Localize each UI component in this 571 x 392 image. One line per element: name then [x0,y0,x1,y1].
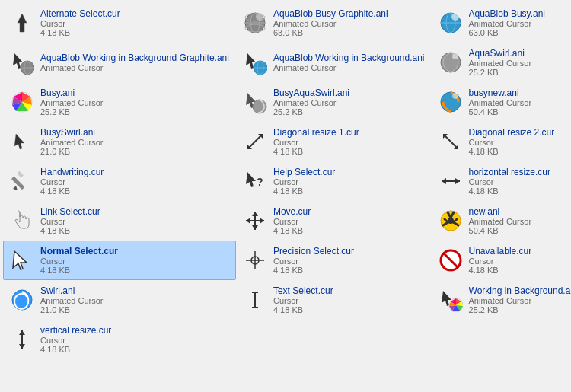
item-type: Cursor [273,138,359,147]
svg-rect-35 [17,171,24,178]
svg-marker-36 [246,172,256,187]
item-name: horizontal resize.cur [469,167,550,177]
item-size: 25.2 KB [40,107,104,116]
svg-marker-63 [19,344,25,349]
list-item[interactable]: BusySwirl.aniAnimated Cursor21.0 KB [3,122,236,161]
item-name: Help Select.cur [273,167,335,177]
svg-text:?: ? [257,176,263,188]
item-name: Link Select.cur [40,206,100,217]
item-size: 25.2 KB [469,68,532,77]
list-item[interactable]: Text Select.curCursor4.18 KB [236,280,432,320]
list-item[interactable]: BusyAquaSwirl.aniAnimated Cursor25.2 KB [236,82,432,122]
svg-marker-49 [13,251,27,269]
item-name: BusyAquaSwirl.ani [273,88,349,98]
list-item[interactable]: Diagonal resize 2.curCursor4.18 KB [432,122,571,161]
item-size: 4.18 KB [273,147,359,156]
item-type: Cursor [273,296,333,305]
item-type: Cursor [273,177,335,186]
list-item[interactable]: AquaBlob Working in Background.aniAnimat… [236,43,432,82]
item-name: Text Select.cur [273,285,333,296]
arrow-question-icon: ? [243,169,267,193]
item-size: 25.2 KB [273,107,349,116]
vert-resize-icon [10,327,34,352]
svg-line-27 [249,135,261,148]
item-type: Animated Cursor [40,296,104,305]
item-size: 50.4 KB [469,226,532,235]
list-item[interactable]: Swirl.aniAnimated Cursor21.0 KB [3,280,236,320]
text-cursor-icon [243,288,267,312]
item-name: AquaBlob Busy.ani [469,8,546,19]
list-item[interactable]: busynew.aniAnimated Cursor50.4 KB [432,82,571,122]
item-type: Animated Cursor [469,59,532,68]
diag-resize-2-icon [439,129,463,154]
arrow-colorwheel-icon [439,288,463,312]
svg-marker-43 [252,212,258,216]
list-item[interactable]: Unavailable.curCursor4.18 KB [432,241,571,280]
arrow-up-icon [10,11,34,35]
no-symbol-icon [439,248,463,272]
list-item[interactable]: Normal Select.curCursor4.18 KB [3,241,236,280]
list-item[interactable]: ?Help Select.curCursor4.18 KB [236,161,432,201]
item-size: 4.18 KB [469,147,555,156]
item-size: 4.18 KB [40,28,120,37]
list-item[interactable]: Link Select.curCursor4.18 KB [3,201,236,241]
item-type: Animated Cursor [40,63,229,72]
list-item[interactable]: AquaBlob Busy.aniAnimated Cursor63.0 KB [432,3,571,43]
item-type: Animated Cursor [40,98,104,107]
item-type: Animated Cursor [40,138,104,147]
file-grid: Alternate Select.curCursor4.18 KBAquaBlo… [0,0,571,362]
globe-orange-blue-icon [439,90,463,114]
item-size: 21.0 KB [40,147,104,156]
item-name: Move.cur [273,206,311,217]
list-item[interactable]: vertical resize.curCursor4.18 KB [3,320,236,359]
list-item[interactable]: AquaBlob Busy Graphite.aniAnimated Curso… [236,3,432,43]
globe-swirl-gray-icon [439,50,463,75]
item-type: Animated Cursor [273,63,425,72]
item-name: Busy.ani [40,88,104,98]
item-size: 25.2 KB [469,305,571,314]
nuclear-icon [439,209,463,233]
list-item[interactable]: Move.curCursor4.18 KB [236,201,432,241]
crosshair-icon [243,248,267,272]
list-item[interactable]: Working in Background.aniAnimated Cursor… [432,280,571,320]
item-type: Animated Cursor [273,19,388,28]
list-item[interactable]: AquaBlob Working in Background Graphite.… [3,43,236,82]
item-size: 4.18 KB [469,266,532,275]
item-type: Animated Cursor [469,296,571,305]
svg-marker-45 [246,218,250,224]
list-item[interactable]: Handwriting.curCursor4.18 KB [3,161,236,201]
list-item[interactable]: Precision Select.curCursor4.18 KB [236,241,432,280]
item-name: AquaBlob Working in Background.ani [273,53,425,63]
item-name: Normal Select.cur [40,246,118,257]
svg-point-10 [451,13,459,21]
item-type: Animated Cursor [273,98,349,107]
item-size: 63.0 KB [469,28,546,37]
arrow-swirl-icon [243,90,267,114]
item-name: Diagonal resize 2.cur [469,127,555,138]
list-item[interactable]: Diagonal resize 1.curCursor4.18 KB [236,122,432,161]
item-name: Diagonal resize 1.cur [273,127,359,138]
list-item[interactable]: AquaSwirl.aniAnimated Cursor25.2 KB [432,43,571,82]
list-item[interactable]: Busy.aniAnimated Cursor25.2 KB [3,82,236,122]
svg-rect-33 [11,177,25,190]
move-cross-icon [243,209,267,233]
item-type: Cursor [40,257,118,266]
colorwheel-icon [10,90,34,114]
arrow-blue-globe-icon [243,50,267,75]
list-item[interactable]: Alternate Select.curCursor4.18 KB [3,3,236,43]
arrow-normal-icon [10,248,34,272]
pen-icon [10,169,34,193]
list-item[interactable]: horizontal resize.curCursor4.18 KB [432,161,571,201]
svg-marker-46 [260,218,264,224]
item-type: Cursor [469,257,532,266]
item-type: Animated Cursor [469,217,532,226]
item-size: 4.18 KB [273,226,311,235]
item-name: Alternate Select.cur [40,8,120,19]
item-type: Cursor [469,138,555,147]
item-name: Handwriting.cur [40,167,104,177]
arrow-small-icon [10,129,34,154]
list-item[interactable]: new.aniAnimated Cursor50.4 KB [432,201,571,241]
item-name: busynew.ani [469,88,532,98]
item-name: Precision Select.cur [273,246,354,257]
globe-spin-gray-icon [243,11,267,35]
